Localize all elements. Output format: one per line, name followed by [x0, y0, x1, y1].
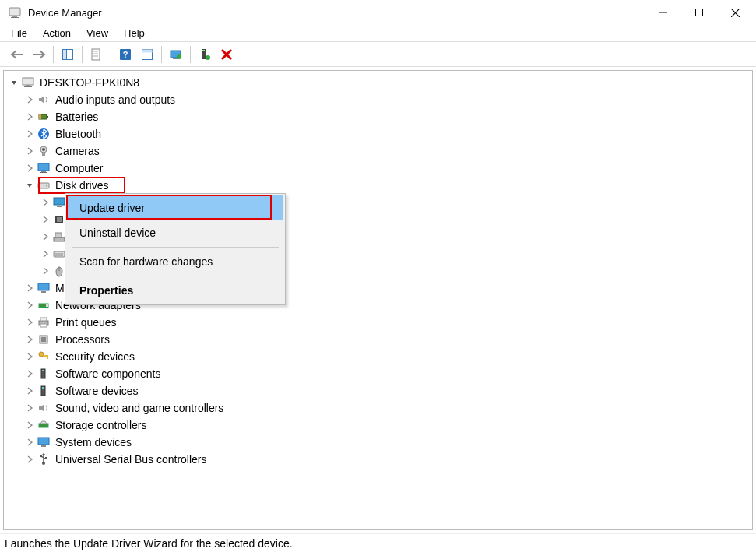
chevron-right-icon[interactable]: [24, 420, 35, 431]
svg-rect-44: [54, 237, 65, 241]
camera-icon: [37, 144, 51, 158]
tree-item-computer[interactable]: Computer: [5, 160, 751, 177]
chevron-right-icon[interactable]: [24, 385, 35, 396]
usb-icon: [37, 452, 51, 466]
toolbar-separator: [53, 46, 54, 63]
tree-item-label: Security devices: [55, 349, 135, 365]
update-driver-toolbar-button[interactable]: [167, 45, 185, 64]
context-menu-item-label: Properties: [79, 284, 133, 297]
tree-item-label: Software devices: [55, 383, 139, 399]
svg-rect-64: [42, 370, 44, 371]
tree-item-batteries[interactable]: Batteries: [5, 108, 751, 125]
chevron-right-icon[interactable]: [24, 283, 35, 294]
tree-item-cameras[interactable]: Cameras: [5, 142, 751, 160]
tree-item-label: Universal Serial Bus controllers: [55, 452, 207, 468]
tree-item-security[interactable]: Security devices: [5, 348, 751, 365]
action-button[interactable]: [138, 45, 156, 64]
svg-rect-8: [63, 49, 67, 59]
speaker-icon: [37, 93, 51, 107]
tree-item-sound-video[interactable]: Sound, video and game controllers: [5, 399, 751, 417]
chevron-right-icon[interactable]: [24, 403, 35, 413]
uninstall-button[interactable]: [217, 45, 236, 64]
svg-rect-56: [40, 318, 47, 321]
battery-icon: [37, 110, 51, 124]
chevron-right-icon[interactable]: [24, 146, 35, 156]
svg-rect-36: [41, 171, 46, 172]
svg-rect-51: [38, 283, 49, 290]
tree-item-storage-controllers[interactable]: Storage controllers: [5, 417, 751, 434]
cpu-icon: [37, 332, 51, 346]
menu-action[interactable]: Action: [35, 26, 79, 40]
svg-rect-73: [45, 457, 47, 459]
tree-item-system-devices[interactable]: System devices: [5, 434, 751, 451]
chevron-down-icon[interactable]: [9, 77, 19, 88]
toolbar-separator: [161, 46, 162, 63]
svg-rect-67: [39, 424, 48, 427]
chevron-right-icon[interactable]: [24, 317, 35, 328]
device-icon: [37, 384, 51, 398]
tree-item-label: Computer: [55, 160, 103, 177]
menu-bar: File Action View Help: [0, 25, 756, 42]
context-menu-properties[interactable]: Properties: [67, 278, 283, 303]
toolbar-separator: [82, 46, 83, 63]
tree-item-audio[interactable]: Audio inputs and outputs: [5, 91, 751, 108]
back-button[interactable]: [8, 45, 26, 64]
chevron-right-icon[interactable]: [24, 128, 35, 139]
context-menu-item-label: Scan for hardware changes: [79, 255, 213, 268]
chevron-right-icon[interactable]: [40, 265, 51, 276]
menu-help[interactable]: Help: [116, 26, 153, 40]
chevron-right-icon[interactable]: [24, 334, 35, 345]
svg-rect-52: [41, 291, 46, 293]
svg-rect-61: [43, 355, 48, 357]
svg-rect-54: [46, 304, 48, 307]
tree-item-processors[interactable]: Processors: [5, 331, 751, 348]
tree-item-label: Bluetooth: [55, 126, 101, 142]
svg-point-33: [42, 148, 45, 151]
forward-button[interactable]: [30, 45, 48, 64]
toolbar-separator: [111, 46, 111, 63]
tree-item-bluetooth[interactable]: Bluetooth: [5, 125, 751, 142]
chevron-right-icon[interactable]: [40, 197, 51, 208]
svg-rect-30: [39, 114, 41, 119]
help-button[interactable]: ?: [116, 45, 135, 64]
chevron-right-icon[interactable]: [24, 94, 35, 105]
chevron-right-icon[interactable]: [24, 300, 35, 311]
menu-file[interactable]: File: [3, 26, 35, 40]
status-bar: Launches the Update Driver Wizard for th…: [0, 533, 756, 552]
speaker-icon: [37, 401, 51, 415]
tree-item-print-queues[interactable]: Print queues: [5, 314, 751, 331]
menu-view[interactable]: View: [79, 26, 116, 40]
chevron-right-icon[interactable]: [40, 248, 51, 259]
chevron-right-icon[interactable]: [24, 111, 35, 122]
chevron-right-icon[interactable]: [24, 437, 35, 448]
chevron-right-icon[interactable]: [24, 454, 35, 465]
tree-root-label: DESKTOP-FPKI0N8: [40, 75, 139, 91]
chevron-right-icon[interactable]: [24, 163, 35, 174]
maximize-button[interactable]: [681, 0, 717, 25]
scan-button[interactable]: [195, 45, 214, 64]
tree-item-label: Software components: [55, 366, 160, 382]
properties-button[interactable]: [87, 45, 106, 64]
svg-rect-0: [9, 8, 20, 16]
minimize-button[interactable]: [645, 0, 681, 25]
svg-rect-43: [57, 217, 62, 222]
tree-item-software-devices[interactable]: Software devices: [5, 382, 751, 399]
tree-root[interactable]: DESKTOP-FPKI0N8: [5, 74, 751, 91]
chevron-right-icon[interactable]: [24, 368, 35, 379]
close-button[interactable]: [717, 0, 753, 25]
context-menu-scan[interactable]: Scan for hardware changes: [67, 249, 283, 274]
toolbar-separator: [190, 46, 191, 63]
chevron-down-icon[interactable]: [24, 180, 35, 191]
chevron-right-icon[interactable]: [40, 214, 51, 225]
tree-item-usb-controllers[interactable]: Universal Serial Bus controllers: [5, 451, 751, 468]
show-hide-tree-button[interactable]: [58, 45, 77, 64]
svg-rect-27: [24, 86, 32, 87]
title-bar: Device Manager: [0, 0, 756, 25]
toolbar: ?: [0, 42, 756, 67]
svg-rect-68: [38, 438, 49, 445]
chevron-right-icon[interactable]: [24, 351, 35, 362]
computer-icon: [21, 76, 35, 90]
context-menu-uninstall[interactable]: Uninstall device: [67, 220, 283, 245]
chevron-right-icon[interactable]: [40, 231, 51, 242]
tree-item-software-components[interactable]: Software components: [5, 365, 751, 382]
